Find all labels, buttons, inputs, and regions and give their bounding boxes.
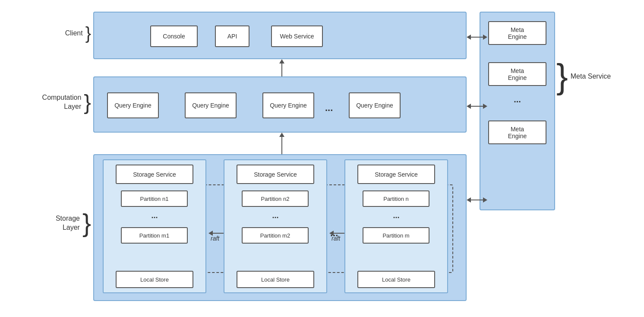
arrow-right-client-meta	[483, 35, 487, 40]
web-service-label: Web Service	[280, 33, 314, 40]
raft-label-1: raft	[211, 235, 219, 242]
arrow-left-client-meta	[467, 35, 471, 40]
arrow-line-storage-meta	[471, 200, 483, 200]
storage-service-1-box: Storage Service	[116, 165, 193, 184]
partition-m-label: Partition m	[382, 232, 409, 239]
query-engine-3-box: Query Engine	[262, 92, 314, 118]
computation-label: Computation Layer }	[31, 92, 91, 113]
meta-service-label-group: } Meta Service	[556, 59, 611, 94]
storage-node-2: Storage Service Partition n2 ... Partiti…	[224, 159, 327, 293]
arrow-left-storage-meta	[467, 197, 471, 203]
meta-dots: ...	[514, 95, 521, 105]
computation-label-line2: Layer	[42, 102, 82, 111]
ss1-label: Storage Service	[133, 171, 176, 178]
meta-engine-2-label: Meta Engine	[508, 67, 527, 81]
local-store-2-box: Local Store	[237, 271, 314, 288]
partition-m2-box: Partition m2	[242, 227, 309, 244]
arrow-up-icon2	[279, 133, 284, 137]
meta-service-panel: Meta Engine Meta Engine ... Meta Engine	[480, 12, 555, 210]
api-box: API	[215, 25, 249, 47]
meta-engine-1-box: Meta Engine	[488, 21, 546, 45]
partition-n2-label: Partition n2	[261, 196, 290, 202]
storage-label: Storage Layer }	[31, 210, 91, 236]
arrow-line-comp-meta	[471, 106, 483, 107]
raft-label-2: raft	[331, 235, 340, 242]
web-service-box: Web Service	[271, 25, 323, 47]
partition-m2-label: Partition m2	[260, 232, 290, 239]
storage-label-line1: Storage	[56, 214, 80, 223]
client-label: Client }	[31, 25, 91, 42]
console-box: Console	[150, 25, 198, 47]
arrow-client-meta	[467, 35, 487, 40]
partition-n-box: Partition n	[363, 190, 429, 207]
arrow-right-comp-meta	[483, 104, 487, 109]
computation-brace: }	[84, 92, 91, 113]
local-store-3-box: Local Store	[357, 271, 435, 288]
client-layer-box: Console API Web Service	[93, 12, 467, 59]
partition-n2-box: Partition n2	[242, 190, 309, 207]
ss2-label: Storage Service	[254, 171, 297, 178]
partition-n1-label: Partition n1	[140, 196, 169, 202]
meta-service-brace: }	[556, 59, 568, 94]
computation-layer-box: Query Engine Query Engine ... Query Engi…	[93, 76, 467, 133]
meta-engine-3-label: Meta Engine	[508, 126, 527, 139]
arrow-line	[281, 63, 282, 76]
qe4-label: Query Engine	[356, 102, 393, 109]
query-engine-1-box: Query Engine	[107, 92, 159, 118]
meta-engine-3-box: Meta Engine	[488, 120, 546, 144]
ls1-label: Local Store	[140, 276, 169, 283]
query-engine-4-box: Query Engine	[349, 92, 401, 118]
partition-n1-box: Partition n1	[121, 190, 188, 207]
qe1-label: Query Engine	[114, 102, 152, 109]
query-engine-2-box: Query Engine	[185, 92, 237, 118]
api-label: API	[227, 33, 237, 40]
storage-service-3-box: Storage Service	[357, 165, 435, 184]
arrow-line-client-meta	[471, 37, 483, 38]
storage-node-3: Storage Service Partition n ... Partitio…	[344, 159, 448, 293]
sn3-dots: ...	[393, 211, 399, 220]
console-label: Console	[163, 33, 185, 40]
client-brace: }	[85, 25, 91, 42]
computation-label-line1: Computation	[42, 93, 82, 102]
partition-m1-box: Partition m1	[121, 227, 188, 244]
qe3-label: Query Engine	[270, 102, 307, 109]
partition-m1-label: Partition m1	[139, 232, 169, 239]
diagram-container: Client } Computation Layer } Storage Lay…	[31, 7, 613, 310]
arrow-storage-meta	[467, 197, 487, 203]
storage-label-line2: Layer	[56, 223, 80, 232]
computation-dots: ...	[325, 102, 333, 114]
local-store-1-box: Local Store	[116, 271, 193, 288]
arrow-line2	[281, 137, 282, 154]
ls3-label: Local Store	[382, 276, 410, 283]
qe2-label: Query Engine	[192, 102, 229, 109]
meta-service-text: Meta Service	[571, 73, 611, 80]
meta-engine-2-box: Meta Engine	[488, 62, 546, 86]
arrow-comp-meta	[467, 104, 487, 109]
partition-m-box: Partition m	[363, 227, 429, 244]
partition-n-label: Partition n	[383, 196, 409, 202]
client-label-text: Client	[65, 29, 83, 38]
ls2-label: Local Store	[261, 276, 290, 283]
storage-layer-box: Storage Service Partition n1 ... Partiti…	[93, 154, 467, 301]
storage-service-2-box: Storage Service	[237, 165, 314, 184]
arrow-left-comp-meta	[467, 104, 471, 109]
storage-node-1: Storage Service Partition n1 ... Partiti…	[103, 159, 206, 293]
arrow-up-icon	[279, 59, 284, 63]
ss3-label: Storage Service	[375, 171, 418, 178]
meta-engine-1-label: Meta Engine	[508, 26, 527, 40]
arrow-right-storage-meta	[483, 197, 487, 203]
sn2-dots: ...	[272, 211, 278, 220]
storage-brace: }	[82, 210, 91, 236]
sn1-dots: ...	[151, 211, 158, 220]
